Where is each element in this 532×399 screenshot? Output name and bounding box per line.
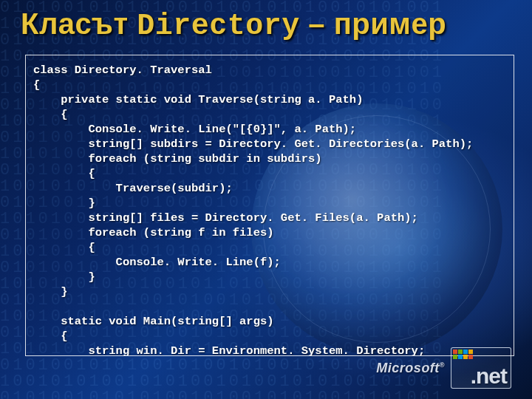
- code-listing: class Directory. Traversal { private sta…: [33, 63, 508, 356]
- title-code-word: Directory: [137, 10, 300, 43]
- registered-trademark-icon: ®: [440, 361, 445, 369]
- logo-company-text: Microsoft®: [376, 361, 445, 376]
- logo-product-text: .net: [455, 366, 507, 386]
- code-block-frame: class Directory. Traversal { private sta…: [25, 55, 514, 356]
- title-prefix: Класът: [21, 7, 137, 40]
- slide-title: Класът Directory – пример: [21, 7, 517, 43]
- logo-company-name: Microsoft: [376, 361, 440, 375]
- title-suffix: – пример: [300, 7, 446, 40]
- slide: 01010010101010010100101010010101001 1010…: [0, 0, 532, 399]
